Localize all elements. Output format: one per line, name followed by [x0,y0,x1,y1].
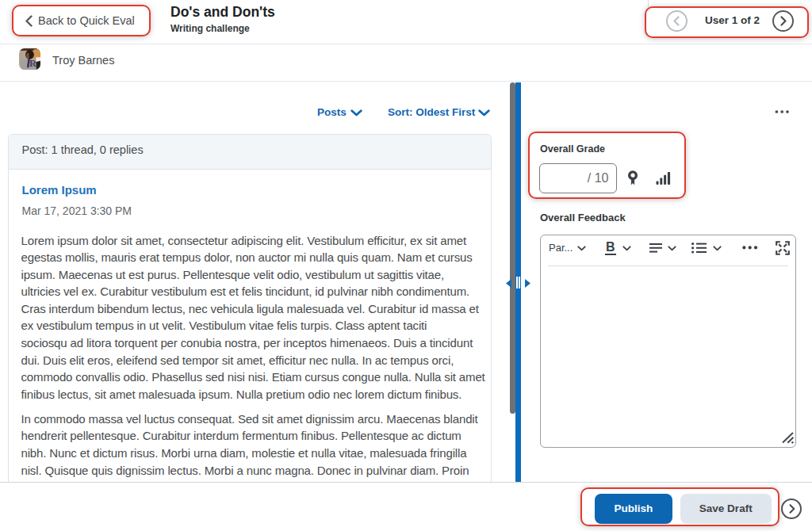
svg-text:R: R [29,58,36,69]
